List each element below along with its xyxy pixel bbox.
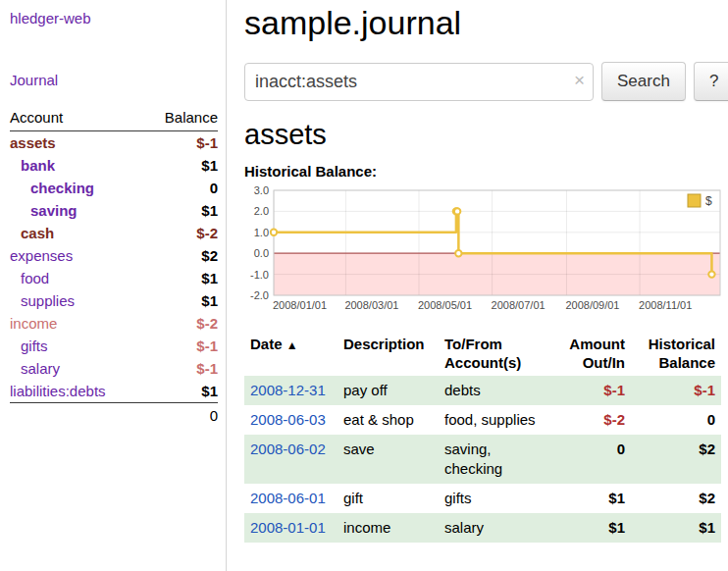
register-header-balance: Historical Balance [631,331,721,376]
register-amount: $-1 [549,376,631,405]
register-date-cell: 2008-01-01 [244,513,338,543]
account-balance: $-1 [143,357,218,380]
y-tick-label: -2.0 [250,289,269,301]
register-description: gift [338,484,439,513]
search-input[interactable] [244,63,594,101]
historical-balance-chart[interactable]: 3.02.01.00.0-1.0-2.02008/01/012008/03/01… [244,185,722,315]
transaction-date-link[interactable]: 2008-12-31 [250,382,326,398]
account-link[interactable]: bank [21,157,55,174]
register-amount: $1 [549,513,631,543]
register-date-cell: 2008-06-01 [244,484,338,513]
y-tick-label: 3.0 [254,185,269,196]
register-date-cell: 2008-06-03 [244,405,338,435]
account-link[interactable]: liabilities:debts [10,383,106,399]
app-title-link[interactable]: hledger-web [10,10,218,26]
account-link[interactable]: gifts [21,337,48,354]
search-button[interactable]: Search [601,62,686,101]
account-row: gifts$-1 [10,335,218,357]
x-tick-label: 2008/03/01 [344,299,398,311]
sort-ascending-icon: ▲ [286,338,298,352]
sidebar: hledger-web Journal Account Balance asse… [0,0,227,571]
register-balance: $1 [631,513,721,543]
register-header-date[interactable]: Date [250,336,283,352]
y-tick-label: 0.0 [254,247,269,259]
account-link[interactable]: salary [21,360,60,377]
account-heading: assets [244,119,721,151]
register-date-cell: 2008-06-02 [244,435,338,484]
register-row: 2008-06-03eat & shopfood, supplies$-20 [244,405,721,435]
account-row: income$-2 [10,312,218,335]
register-row: 2008-01-01incomesalary$1$1 [244,513,721,543]
account-row: supplies$1 [10,289,218,312]
register-header-date-cell: Date ▲ [244,331,338,376]
register-amount: $-2 [549,405,631,435]
account-name-cell: liabilities:debts [10,380,143,403]
x-tick-label: 2008/09/01 [565,299,619,311]
register-row: 2008-06-01giftgifts$1$2 [244,484,721,513]
account-balance: $-2 [143,312,218,335]
hledger-web-app: hledger-web Journal Account Balance asse… [0,0,728,571]
account-balance: $1 [143,267,218,289]
account-link[interactable]: checking [30,180,94,196]
account-balance: $1 [143,199,218,222]
main-content: sample.journal × Search ? assets Histori… [228,0,728,571]
account-link[interactable]: supplies [21,292,75,309]
register-accounts: gifts [439,484,549,513]
account-row: salary$-1 [10,357,218,380]
register-header-balance-line2: Balance [637,353,715,372]
register-description: pay off [338,376,439,405]
register-header-amount: Amount Out/In [549,331,631,376]
account-balance: $-1 [143,335,218,357]
chart-svg: 3.02.01.00.0-1.0-2.02008/01/012008/03/01… [244,185,722,315]
register-description: income [338,513,439,543]
accounts-table: Account Balance assets$-1bank$1checking0… [10,106,218,427]
register-description: eat & shop [338,405,439,435]
legend-swatch-icon [688,194,701,207]
account-name-cell: salary [10,357,143,380]
account-name-cell: bank [10,154,143,177]
register-row: 2008-12-31pay offdebts$-1$-1 [244,376,721,405]
account-name-cell: supplies [10,289,143,312]
account-balance: $1 [143,154,218,177]
transaction-date-link[interactable]: 2008-06-01 [250,490,326,506]
account-name-cell: assets [10,131,143,155]
account-balance: $-1 [143,131,218,155]
legend-label: $ [705,194,712,208]
account-row: bank$1 [10,154,218,177]
accounts-header-account: Account [10,106,143,131]
help-button[interactable]: ? [694,62,728,101]
transaction-date-link[interactable]: 2008-01-01 [250,519,326,536]
accounts-total-row: 0 [10,403,218,428]
clear-search-icon[interactable]: × [574,71,585,90]
account-link[interactable]: assets [10,134,56,151]
account-name-cell: saving [10,199,143,222]
register-balance: 0 [631,405,721,435]
register-row: 2008-06-02savesaving, checking0$2 [244,435,721,484]
x-tick-label: 2008/05/01 [418,299,472,311]
y-tick-label: 1.0 [254,227,269,238]
account-name-cell: food [10,267,143,289]
accounts-total-spacer [10,403,143,428]
account-name-cell: checking [10,177,143,199]
account-balance: $-2 [143,222,218,244]
sidebar-item-journal[interactable]: Journal [10,72,218,88]
accounts-total-value: 0 [143,403,218,428]
chart-title: Historical Balance: [244,163,721,180]
account-row: assets$-1 [10,131,218,155]
chart-point [708,271,714,277]
account-link[interactable]: saving [30,202,78,219]
register-accounts: salary [439,513,549,543]
accounts-header-balance: Balance [143,106,218,131]
register-header-balance-line1: Historical [637,335,715,353]
account-link[interactable]: expenses [10,247,73,264]
account-link[interactable]: cash [21,225,54,241]
account-link[interactable]: income [10,315,57,332]
account-link[interactable]: food [21,270,49,286]
transaction-date-link[interactable]: 2008-06-03 [250,411,326,428]
account-balance: $1 [143,289,218,312]
register-header-account-line1: To/From [444,335,544,353]
account-row: expenses$2 [10,244,218,267]
transaction-date-link[interactable]: 2008-06-02 [250,441,326,457]
account-name-cell: gifts [10,335,143,357]
x-tick-label: 2008/07/01 [492,299,546,311]
